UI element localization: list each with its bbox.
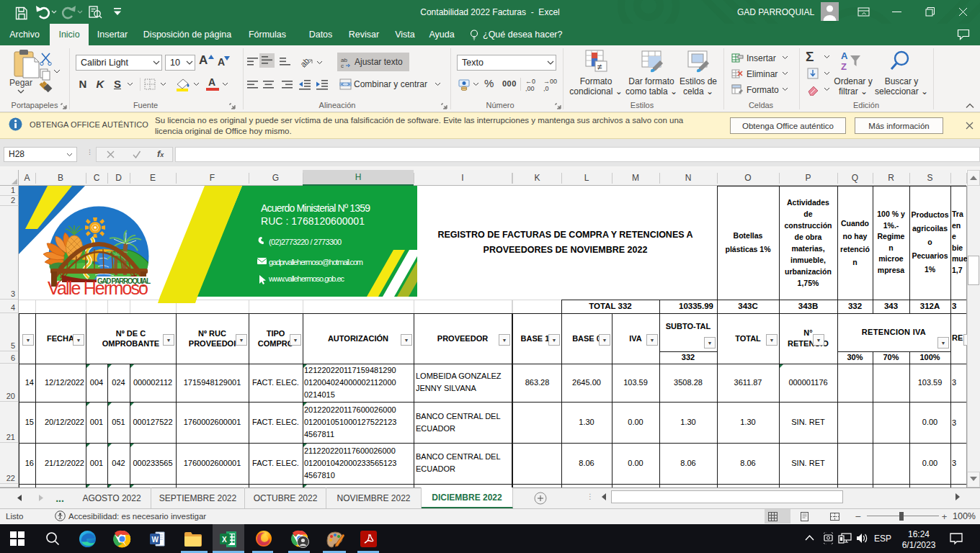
svg-text:gadprvallehermoso@hotmail.com: gadprvallehermoso@hotmail.com [269,258,363,266]
svg-text:(02)2773220 / 2773300: (02)2773220 / 2773300 [269,238,342,246]
svg-text:≠: ≠ [597,62,602,72]
svg-text:RUC : 1768120600001: RUC : 1768120600001 [261,215,365,227]
svg-text:A: A [841,50,848,61]
svg-text:Valle Hermoso: Valle Hermoso [48,278,148,298]
svg-text:X: X [222,536,227,544]
svg-text:Z: Z [841,61,847,72]
svg-text:www.vallehermoso.gob.ec: www.vallehermoso.gob.ec [268,274,345,283]
svg-text:c: c [341,63,344,68]
svg-text:W: W [152,536,159,544]
svg-text:Acuerdo Ministerial Nº 1359: Acuerdo Ministerial Nº 1359 [261,202,370,214]
